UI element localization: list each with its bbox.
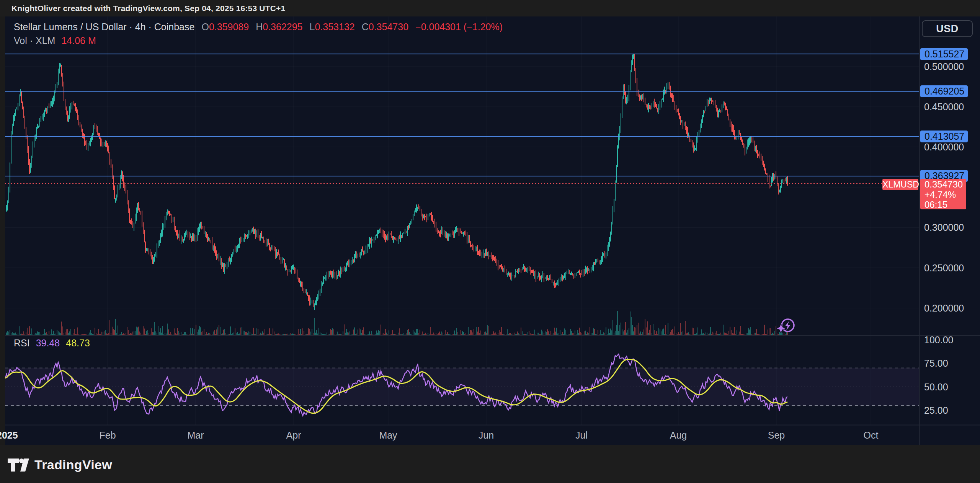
footer-bar: TradingView: [0, 445, 980, 483]
rsi-ma-value: 48.73: [66, 338, 90, 349]
tradingview-logo-icon: [8, 459, 29, 472]
price-axis[interactable]: 0.5000000.4500000.4000000.3000000.250000…: [920, 16, 980, 425]
last-price-countdown: 06:15: [924, 200, 966, 210]
price-axis-label: 0.200000: [924, 302, 964, 314]
flash-reaction-button[interactable]: [777, 319, 794, 333]
low-label: L: [310, 21, 315, 33]
price-level-badge: 0.413057: [920, 131, 968, 142]
price-axis-label: 0.250000: [924, 262, 964, 274]
time-axis-month: Jun: [471, 430, 501, 441]
volume-legend: Vol · XLM 14.06 M: [14, 35, 96, 46]
open-label: O: [201, 21, 209, 33]
time-axis-month: Mar: [180, 430, 211, 441]
tradingview-logo[interactable]: TradingView: [8, 457, 112, 472]
close-label: C: [362, 21, 369, 33]
time-axis-month: Apr: [278, 430, 309, 441]
rsi-legend: RSI 39.48 48.73: [14, 338, 90, 349]
price-level-badge: 0.515527: [920, 48, 968, 60]
time-axis-month: Sep: [761, 430, 792, 441]
time-axis-month: Feb: [92, 430, 123, 441]
last-price-price: 0.354730: [924, 179, 966, 190]
last-price-change_pct: +4.74%: [924, 190, 966, 200]
currency-toggle-button[interactable]: USD: [922, 20, 973, 37]
rsi-axis-label: 50.00: [924, 381, 948, 393]
high-value: 0.362295: [263, 21, 302, 33]
price-level-badge: 0.469205: [920, 85, 968, 97]
change-value: −0.004301 (−1.20%): [415, 21, 503, 33]
last-price-box: 0.354730+4.74%06:15: [920, 179, 966, 209]
symbol-price-tag: XLMUSD: [882, 179, 918, 190]
time-axis-month: May: [373, 430, 403, 441]
price-axis-label: 0.500000: [924, 61, 964, 72]
symbol-title: Stellar Lumens / US Dollar · 4h · Coinba…: [14, 21, 194, 33]
chart-canvas[interactable]: [0, 0, 980, 483]
rsi-label: RSI: [14, 338, 30, 349]
close-value: 0.354730: [369, 21, 408, 33]
time-axis-month: Aug: [663, 430, 694, 441]
volume-value: 14.06 M: [61, 35, 96, 46]
price-axis-label: 0.450000: [924, 101, 964, 113]
volume-label: Vol · XLM: [14, 35, 55, 46]
time-axis-month: Oct: [856, 430, 886, 441]
tradingview-widget: KnightOliver created with TradingView.co…: [0, 0, 980, 483]
rsi-axis-label: 25.00: [924, 405, 948, 416]
rsi-value: 39.48: [36, 338, 60, 349]
tradingview-logo-text: TradingView: [34, 457, 112, 472]
rsi-axis-label: 100.00: [924, 334, 953, 346]
low-value: 0.353132: [315, 21, 354, 33]
open-value: 0.359089: [209, 21, 249, 33]
high-label: H: [256, 21, 263, 33]
price-axis-label: 0.400000: [924, 141, 964, 153]
time-axis[interactable]: 2025 FebMarAprMayJunJulAugSepOct: [0, 425, 980, 445]
time-axis-month: Jul: [566, 430, 597, 441]
symbol-legend: Stellar Lumens / US Dollar · 4h · Coinba…: [14, 21, 503, 33]
price-axis-label: 0.300000: [924, 222, 964, 233]
time-axis-year: 2025: [0, 430, 18, 441]
rsi-axis-label: 75.00: [924, 357, 948, 369]
